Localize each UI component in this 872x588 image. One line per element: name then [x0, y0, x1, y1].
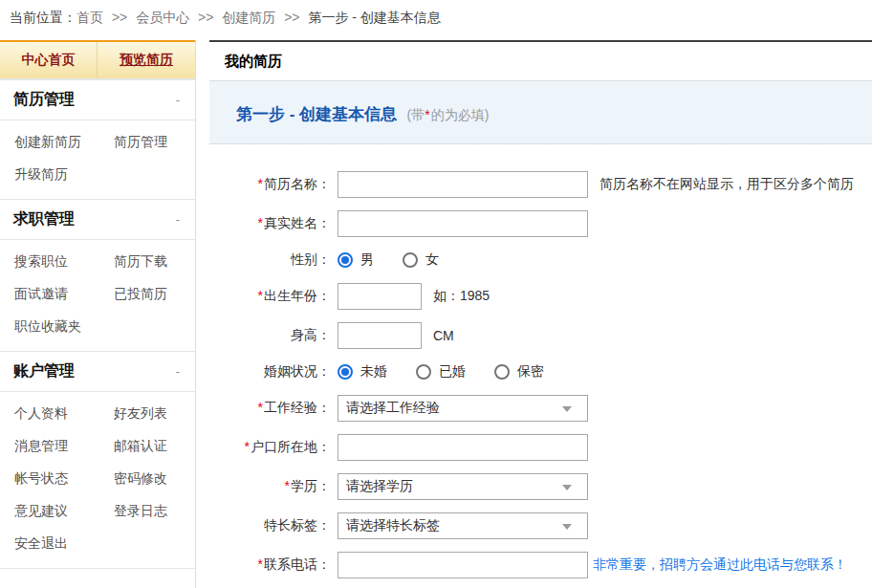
contact-phone-hint: 非常重要，招聘方会通过此电话与您联系！ — [593, 556, 847, 574]
sidebar-item-safe-logout[interactable]: 安全退出 — [14, 528, 114, 560]
tab-center-home[interactable]: 中心首页 — [0, 42, 98, 78]
field-label-text: 工作经验： — [264, 400, 331, 415]
required-star: * — [245, 439, 250, 454]
section-header: 求职管理 - — [0, 200, 195, 240]
select-value: 请选择学历 — [346, 478, 413, 495]
education-select[interactable]: 请选择学历 — [338, 473, 588, 500]
required-star: * — [258, 176, 263, 191]
field-label-text: 户口所在地： — [251, 439, 331, 454]
field-label-text: 联系电话： — [264, 556, 331, 572]
field-label: 性别： — [209, 251, 338, 269]
section-items: 个人资料 好友列表 消息管理 邮箱认证 帐号状态 密码修改 意见建议 登录日志 … — [0, 392, 195, 568]
resume-name-input[interactable] — [338, 171, 588, 198]
breadcrumb-home-link[interactable]: 首页 — [76, 10, 103, 25]
field-label: *学历： — [209, 478, 338, 495]
section-header: 账户管理 - — [0, 352, 195, 392]
sidebar-item-create-new-resume[interactable]: 创建新简历 — [14, 126, 114, 159]
sidebar-section-job-management: 求职管理 - 搜索职位 简历下载 面试邀请 已投简历 职位收藏夹 — [0, 199, 195, 351]
form-row-work-experience: *工作经验： 请选择工作经验 — [209, 395, 872, 422]
radio-unselected-icon[interactable] — [494, 364, 510, 380]
sidebar-item-search-jobs[interactable]: 搜索职位 — [14, 246, 114, 278]
sidebar-item-account-status[interactable]: 帐号状态 — [14, 463, 114, 495]
radio-selected-icon[interactable] — [338, 364, 353, 380]
field-label: 身高： — [209, 327, 338, 344]
step-note-suffix: 的为必填) — [431, 107, 490, 122]
required-star: * — [285, 478, 290, 493]
sidebar-item-friends-list[interactable]: 好友列表 — [114, 398, 195, 430]
tab-preview-resume[interactable]: 预览简历 — [98, 42, 195, 78]
birth-year-input[interactable] — [338, 283, 422, 310]
field-label-text: 真实姓名： — [264, 215, 331, 230]
collapse-minus-icon[interactable]: - — [176, 365, 180, 378]
breadcrumb-prefix: 当前位置： — [10, 10, 76, 25]
field-label: *简历名称： — [209, 176, 338, 193]
sidebar-item-change-password[interactable]: 密码修改 — [114, 463, 195, 495]
section-header: 简历管理 - — [0, 80, 195, 120]
required-star: * — [425, 107, 429, 122]
required-star: * — [258, 556, 263, 572]
gender-female-option[interactable]: 女 — [403, 251, 439, 269]
form-row-gender: 性别： 男 女 — [209, 250, 872, 271]
section-title: 求职管理 — [13, 209, 75, 229]
field-label-text: 学历： — [291, 478, 331, 493]
form-row-contact-phone: *联系电话： 非常重要，招聘方会通过此电话与您联系！ — [209, 552, 872, 578]
sidebar-item-login-log[interactable]: 登录日志 — [114, 495, 195, 528]
sidebar: 中心首页 预览简历 简历管理 - 创建新简历 简历管理 升级简历 求职管理 - … — [0, 40, 196, 588]
form-row-marital-status: 婚姻状况： 未婚 已婚 保密 — [209, 361, 872, 382]
field-label: *工作经验： — [209, 400, 338, 417]
step-note: (带*的为必填) — [407, 107, 490, 122]
sidebar-section-account-management: 账户管理 - 个人资料 好友列表 消息管理 邮箱认证 帐号状态 密码修改 意见建… — [0, 351, 195, 569]
marital-married-option[interactable]: 已婚 — [416, 363, 466, 381]
page-layout: 中心首页 预览简历 简历管理 - 创建新简历 简历管理 升级简历 求职管理 - … — [0, 40, 872, 588]
sidebar-item-message-management[interactable]: 消息管理 — [14, 430, 114, 463]
height-unit-label: CM — [433, 328, 454, 343]
field-label-text: 婚姻状况： — [264, 363, 331, 379]
sidebar-item-resume-management[interactable]: 简历管理 — [114, 126, 195, 159]
sidebar-item-email-verification[interactable]: 邮箱认证 — [114, 430, 195, 463]
breadcrumb: 当前位置：首页 >> 会员中心 >> 创建简历 >> 第一步 - 创建基本信息 — [0, 0, 872, 40]
step-note-prefix: (带 — [407, 107, 425, 122]
real-name-input[interactable] — [338, 210, 588, 237]
radio-unselected-icon[interactable] — [403, 252, 418, 268]
sidebar-item-upgrade-resume[interactable]: 升级简历 — [14, 159, 114, 191]
form-row-specialty-tags: 特长标签： 请选择特长标签 — [209, 512, 872, 539]
chevron-down-icon — [562, 406, 572, 412]
breadcrumb-member-center-link[interactable]: 会员中心 — [136, 10, 189, 25]
collapse-minus-icon[interactable]: - — [176, 213, 180, 226]
sidebar-item-resume-download[interactable]: 简历下载 — [114, 246, 195, 278]
breadcrumb-current: 第一步 - 创建基本信息 — [308, 10, 440, 25]
form-row-education: *学历： 请选择学历 — [209, 473, 872, 500]
sidebar-item-personal-info[interactable]: 个人资料 — [14, 398, 114, 430]
radio-selected-icon[interactable] — [338, 252, 353, 268]
field-label-text: 特长标签： — [264, 517, 331, 533]
select-value: 请选择特长标签 — [346, 517, 440, 534]
field-label: *户口所在地： — [209, 439, 338, 456]
required-star: * — [258, 215, 263, 230]
breadcrumb-create-resume-link[interactable]: 创建简历 — [222, 10, 275, 25]
sidebar-item-applied-resumes[interactable]: 已投简历 — [114, 278, 195, 311]
sidebar-item-job-favorites[interactable]: 职位收藏夹 — [14, 311, 114, 343]
sidebar-item-feedback[interactable]: 意见建议 — [14, 495, 114, 528]
gender-male-option[interactable]: 男 — [338, 251, 374, 269]
required-star: * — [258, 400, 263, 415]
radio-unselected-icon[interactable] — [416, 364, 431, 380]
section-title: 简历管理 — [13, 90, 75, 110]
collapse-minus-icon[interactable]: - — [176, 94, 180, 106]
field-label-text: 出生年份： — [264, 288, 331, 303]
marital-unmarried-option[interactable]: 未婚 — [338, 363, 387, 381]
marital-secret-option[interactable]: 保密 — [494, 363, 544, 381]
household-location-input[interactable] — [338, 434, 588, 461]
form-row-birth-year: *出生年份： 如：1985 — [209, 283, 872, 310]
page-title: 我的简历 — [209, 42, 872, 81]
radio-label: 已婚 — [439, 363, 466, 381]
specialty-tags-select[interactable]: 请选择特长标签 — [338, 512, 588, 539]
field-label: *出生年份： — [209, 288, 338, 305]
contact-phone-input[interactable] — [338, 552, 588, 578]
work-experience-select[interactable]: 请选择工作经验 — [338, 395, 588, 422]
select-value: 请选择工作经验 — [346, 400, 440, 417]
form-row-household-location: *户口所在地： — [209, 434, 872, 461]
form-row-height: 身高： CM — [209, 322, 872, 349]
sidebar-item-interview-invitations[interactable]: 面试邀请 — [14, 278, 114, 311]
height-input[interactable] — [338, 322, 422, 349]
breadcrumb-separator: >> — [112, 10, 127, 25]
